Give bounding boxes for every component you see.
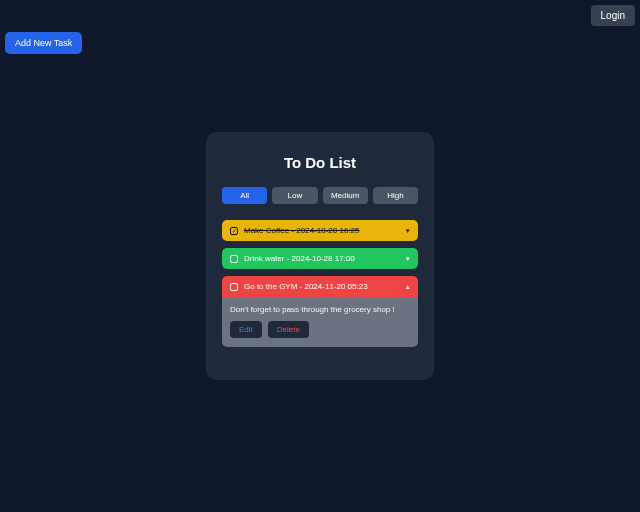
task-title: Go to the GYM - 2024-11-20 05:23 bbox=[244, 282, 368, 291]
todo-card: To Do List All Low Medium High Make Coff… bbox=[206, 132, 434, 380]
task-description: Don't forget to pass through the grocery… bbox=[230, 305, 410, 314]
filter-medium[interactable]: Medium bbox=[323, 187, 368, 204]
checkbox-icon[interactable] bbox=[230, 283, 238, 291]
filter-bar: All Low Medium High bbox=[222, 187, 418, 204]
add-new-task-button[interactable]: Add New Task bbox=[5, 32, 82, 54]
edit-button[interactable]: Edit bbox=[230, 321, 262, 338]
filter-high[interactable]: High bbox=[373, 187, 418, 204]
filter-all[interactable]: All bbox=[222, 187, 267, 204]
checkbox-icon[interactable] bbox=[230, 227, 238, 235]
login-button[interactable]: Login bbox=[591, 5, 635, 26]
chevron-down-icon: ▾ bbox=[406, 255, 410, 263]
task-actions: Edit Delete bbox=[230, 321, 410, 338]
task-header[interactable]: Go to the GYM - 2024-11-20 05:23 ▴ bbox=[222, 276, 418, 297]
task-item: Make Coffee - 2024-10-20 16:25 ▾ bbox=[222, 220, 418, 241]
chevron-down-icon: ▾ bbox=[406, 227, 410, 235]
task-item: Drink water - 2024-10-28 17:00 ▾ bbox=[222, 248, 418, 269]
task-item: Go to the GYM - 2024-11-20 05:23 ▴ Don't… bbox=[222, 276, 418, 347]
page-title: To Do List bbox=[222, 154, 418, 171]
task-header[interactable]: Drink water - 2024-10-28 17:00 ▾ bbox=[222, 248, 418, 269]
chevron-up-icon: ▴ bbox=[406, 283, 410, 291]
task-header[interactable]: Make Coffee - 2024-10-20 16:25 ▾ bbox=[222, 220, 418, 241]
checkbox-icon[interactable] bbox=[230, 255, 238, 263]
task-title: Make Coffee - 2024-10-20 16:25 bbox=[244, 226, 360, 235]
task-title: Drink water - 2024-10-28 17:00 bbox=[244, 254, 355, 263]
delete-button[interactable]: Delete bbox=[268, 321, 309, 338]
task-body: Don't forget to pass through the grocery… bbox=[222, 297, 418, 347]
filter-low[interactable]: Low bbox=[272, 187, 317, 204]
